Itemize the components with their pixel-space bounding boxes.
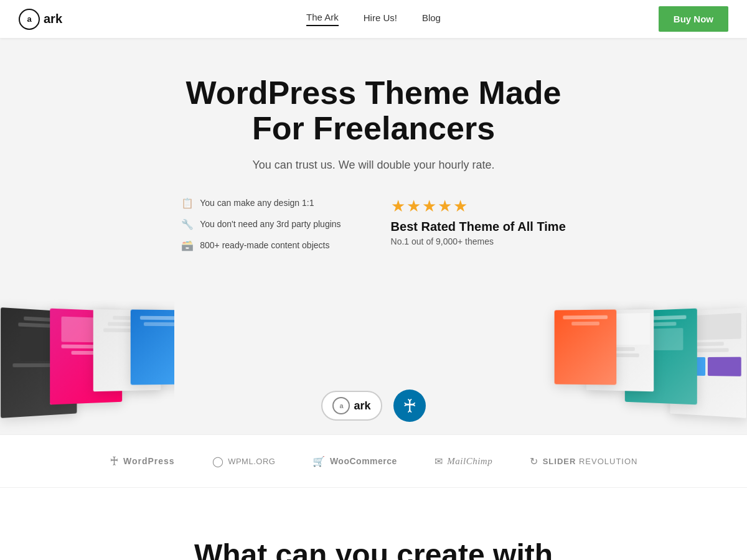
mail-icon: ✉	[435, 455, 443, 467]
logo-circle: a	[19, 9, 40, 30]
partner-slider-rev: ↻ SLIDER REVOLUTION	[530, 455, 637, 467]
feature-item-1: 📋 You can make any design 1:1	[181, 197, 341, 209]
partner-wp-label: WordPress	[123, 456, 175, 466]
buy-now-button[interactable]: Buy Now	[659, 6, 728, 32]
partner-mail-label: MailChimp	[447, 456, 492, 467]
wpml-icon: ◯	[212, 455, 224, 467]
left-screens	[0, 285, 174, 434]
mockup-left-4	[131, 310, 174, 385]
mockup-right-4	[555, 310, 617, 385]
logo[interactable]: a ark	[19, 9, 62, 30]
rating-subtitle: No.1 out of 9,000+ themes	[391, 236, 566, 246]
nav-link-hire-us[interactable]: Hire Us!	[364, 12, 397, 26]
ark-logo-badge: a ark	[321, 391, 382, 421]
partner-wordpress: ♰ WordPress	[110, 454, 175, 469]
section2-title: What can you create with The Ark?	[156, 538, 591, 560]
features-list: 📋 You can make any design 1:1 🔧 You don'…	[181, 197, 341, 260]
right-screens	[573, 285, 747, 434]
partner-woocommerce: 🛒 WooCommerce	[312, 455, 397, 467]
nav-link-blog[interactable]: Blog	[422, 12, 441, 26]
wordpress-icon: ♰	[110, 454, 120, 469]
section2: What can you create with The Ark? Finall…	[0, 488, 747, 560]
hero-title: WordPress Theme Made For Freelancers	[156, 75, 591, 146]
center-badges: a ark ♰	[321, 390, 425, 422]
wp-icon: ♰	[403, 395, 416, 417]
slider-icon: ↻	[530, 455, 538, 467]
feature-item-2: 🔧 You don't need any 3rd party plugins	[181, 218, 341, 230]
partner-mailchimp: ✉ MailChimp	[435, 455, 492, 467]
center-logo-name: ark	[354, 399, 370, 413]
partners-strip: ♰ WordPress ◯ WPML.ORG 🛒 WooCommerce ✉ M…	[0, 435, 747, 487]
rating-block: ★★★★★ Best Rated Theme of All Time No.1 …	[391, 197, 566, 246]
navbar: a ark The Ark Hire Us! Blog Buy Now	[0, 0, 747, 38]
partner-wpml-label: WPML.ORG	[228, 457, 275, 466]
wordpress-logo-badge: ♰	[393, 390, 426, 422]
star-rating: ★★★★★	[391, 197, 566, 216]
partner-wpml: ◯ WPML.ORG	[212, 455, 276, 467]
features-row: 📋 You can make any design 1:1 🔧 You don'…	[0, 197, 747, 260]
copy-icon: 📋	[181, 197, 194, 209]
nav-link-the-ark[interactable]: The Ark	[306, 12, 339, 26]
feature-item-3: 🗃️ 800+ ready-made content objects	[181, 239, 341, 251]
content-icon: 🗃️	[181, 239, 194, 251]
hero-subtitle: You can trust us. We will double your ho…	[218, 159, 529, 172]
woo-icon: 🛒	[312, 455, 326, 467]
center-logo-circle: a	[332, 397, 350, 414]
rating-title: Best Rated Theme of All Time	[391, 220, 566, 234]
hero-section: WordPress Theme Made For Freelancers You…	[0, 38, 747, 434]
wrench-icon: 🔧	[181, 218, 194, 230]
logo-name: ark	[44, 12, 62, 26]
screenshots-area: a ark ♰	[0, 273, 747, 434]
partner-woo-label: WooCommerce	[330, 456, 397, 466]
partner-slider-label: SLIDER REVOLUTION	[543, 457, 638, 466]
nav-links: The Ark Hire Us! Blog	[306, 12, 441, 26]
